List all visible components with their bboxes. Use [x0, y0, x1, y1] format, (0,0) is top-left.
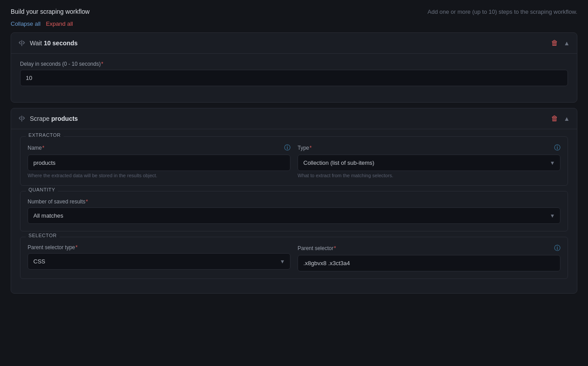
extractor-section: Extractor Name* ⓘ Where the extracted da…: [20, 136, 568, 186]
extractor-section-label: Extractor: [26, 132, 64, 138]
name-hint: Where the extracted data will be stored …: [28, 173, 290, 178]
collapse-all-button[interactable]: Collapse all: [11, 20, 40, 27]
quantity-field-group: Number of saved results* All matches ▼: [28, 199, 560, 224]
name-field-group: Name* ⓘ Where the extracted data will be…: [28, 144, 290, 178]
quantity-select-wrapper: All matches ▼: [28, 207, 560, 224]
parent-selector-type-wrapper: CSS ▼: [28, 253, 290, 270]
delay-field-group: Delay in seconds (0 - 10 seconds)*: [20, 61, 568, 86]
type-select[interactable]: Collection (list of sub-items): [298, 155, 560, 171]
parent-selector-type-select[interactable]: CSS: [28, 253, 290, 270]
scrape-step-collapse-button[interactable]: ▲: [564, 115, 570, 122]
delay-input[interactable]: [20, 70, 568, 86]
selector-fields: Parent selector type* CSS ▼: [28, 244, 560, 271]
quantity-section: Quantity Number of saved results* All ma…: [20, 191, 568, 231]
scrape-step-actions: 🗑 ▲: [551, 115, 570, 123]
type-info-icon[interactable]: ⓘ: [554, 144, 560, 152]
wait-step-header-left: Wait 10 seconds: [18, 40, 78, 47]
scrape-step-header-left: Scrape products: [18, 115, 78, 122]
parent-selector-type-group: Parent selector type* CSS ▼: [28, 244, 290, 271]
scrape-step-header[interactable]: Scrape products 🗑 ▲: [11, 108, 577, 129]
wait-step-title: Wait 10 seconds: [30, 40, 78, 47]
wait-step-header[interactable]: Wait 10 seconds 🗑 ▲: [11, 33, 577, 53]
name-input[interactable]: [28, 155, 290, 171]
selector-section-label: Selector: [26, 233, 60, 238]
quantity-label: Number of saved results*: [28, 199, 560, 205]
workflow-area: Wait 10 seconds 🗑 ▲ Delay in seconds (0 …: [0, 32, 588, 294]
wait-step-actions: 🗑 ▲: [551, 39, 570, 47]
wait-step-delete-button[interactable]: 🗑: [551, 39, 558, 47]
quantity-section-label: Quantity: [26, 187, 58, 192]
scrape-step-title: Scrape products: [30, 115, 78, 122]
quantity-select[interactable]: All matches: [28, 207, 560, 224]
page-title: Build your scraping workflow: [11, 8, 89, 15]
scrape-step-card: Scrape products 🗑 ▲ Extractor Name*: [11, 108, 577, 294]
type-field-group: Type* ⓘ Collection (list of sub-items) ▼…: [298, 144, 560, 178]
sort-icon: [18, 40, 25, 47]
name-info-icon[interactable]: ⓘ: [284, 144, 290, 152]
type-hint: What to extract from the matching select…: [298, 173, 560, 178]
wait-step-card: Wait 10 seconds 🗑 ▲ Delay in seconds (0 …: [11, 32, 577, 103]
type-select-wrapper: Collection (list of sub-items) ▼: [298, 155, 560, 171]
sort-icon-2: [18, 115, 25, 122]
parent-selector-group: Parent selector* ⓘ: [298, 244, 560, 271]
extractor-fields: Name* ⓘ Where the extracted data will be…: [28, 144, 560, 178]
scrape-step-delete-button[interactable]: 🗑: [551, 115, 558, 123]
parent-selector-type-label: Parent selector type*: [28, 244, 290, 251]
wait-step-body: Delay in seconds (0 - 10 seconds)*: [11, 53, 577, 102]
selector-section: Selector Parent selector type* CSS ▼: [20, 237, 568, 279]
parent-selector-label: Parent selector*: [298, 245, 336, 251]
name-label: Name*: [28, 145, 44, 151]
page-hint: Add one or more (up to 10) steps to the …: [427, 8, 577, 15]
delay-label: Delay in seconds (0 - 10 seconds)*: [20, 61, 568, 67]
scrape-step-body: Extractor Name* ⓘ Where the extracted da…: [11, 129, 577, 293]
type-label: Type*: [298, 145, 312, 151]
wait-step-collapse-button[interactable]: ▲: [564, 40, 570, 47]
expand-all-button[interactable]: Expand all: [46, 20, 73, 27]
parent-selector-input[interactable]: [298, 255, 560, 271]
parent-selector-info-icon[interactable]: ⓘ: [554, 244, 560, 252]
